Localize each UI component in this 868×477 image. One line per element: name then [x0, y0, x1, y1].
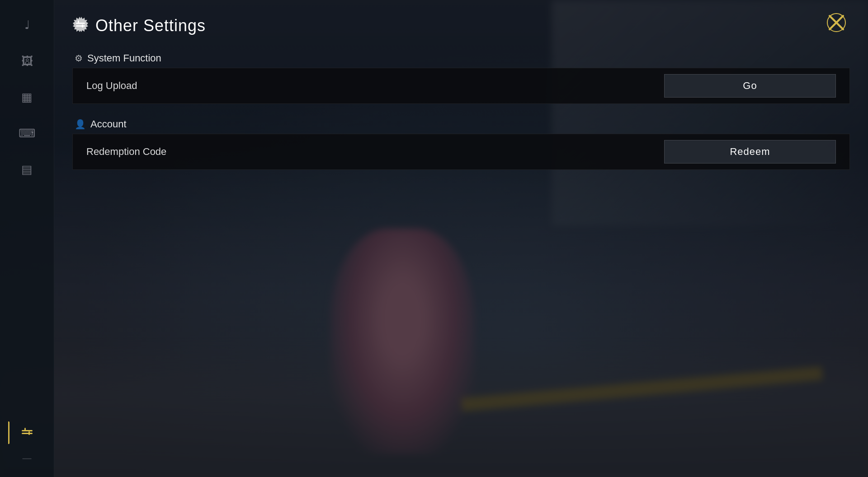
close-button[interactable]	[823, 9, 850, 36]
sidebar-bottom-item[interactable]: —	[23, 453, 32, 463]
redemption-code-row: Redemption Code Redeem	[72, 134, 850, 170]
gallery-icon: 🖼	[21, 54, 33, 68]
chat-icon: ▤	[21, 163, 33, 177]
page-header: Other Settings	[72, 9, 850, 42]
log-upload-label: Log Upload	[86, 80, 664, 92]
log-upload-row: Log Upload Go	[72, 68, 850, 104]
section-account-header: 👤 Account	[72, 113, 850, 134]
redemption-code-action: Redeem	[664, 140, 836, 164]
display-icon: ▦	[21, 90, 33, 104]
system-function-icon: ⚙	[75, 53, 83, 64]
section-system-function-title: System Function	[87, 52, 161, 64]
other-settings-icon	[20, 424, 34, 442]
section-account: 👤 Account Redemption Code Redeem	[72, 113, 850, 170]
svg-rect-0	[22, 430, 33, 431]
section-system-function: ⚙ System Function Log Upload Go	[72, 47, 850, 104]
controller-icon: ⌨	[19, 126, 36, 140]
sidebar-item-gallery[interactable]: 🖼	[9, 45, 45, 77]
sidebar-item-other[interactable]	[9, 417, 45, 449]
sidebar-item-controller[interactable]: ⌨	[9, 117, 45, 149]
music-icon: ♩	[24, 18, 30, 32]
sidebar-item-music[interactable]: ♩	[9, 9, 45, 41]
bottom-icon: —	[23, 453, 32, 463]
redemption-code-label: Redemption Code	[86, 146, 664, 158]
page-title-icon	[72, 16, 89, 36]
section-account-title: Account	[90, 118, 127, 130]
sidebar: ♩ 🖼 ▦ ⌨ ▤ —	[0, 0, 54, 477]
log-upload-go-button[interactable]: Go	[664, 74, 836, 98]
sidebar-item-display[interactable]: ▦	[9, 81, 45, 113]
svg-rect-7	[76, 25, 85, 27]
svg-rect-5	[78, 20, 79, 23]
log-upload-action: Go	[664, 74, 836, 98]
page-title: Other Settings	[95, 16, 206, 35]
main-content: Other Settings ⚙ System Function Log Upl…	[54, 0, 868, 477]
section-system-function-header: ⚙ System Function	[72, 47, 850, 68]
sidebar-item-chat[interactable]: ▤	[9, 154, 45, 185]
redemption-code-redeem-button[interactable]: Redeem	[664, 140, 836, 164]
svg-rect-1	[24, 428, 26, 431]
svg-rect-4	[76, 23, 85, 24]
account-icon: 👤	[75, 119, 86, 130]
svg-rect-3	[22, 433, 33, 434]
